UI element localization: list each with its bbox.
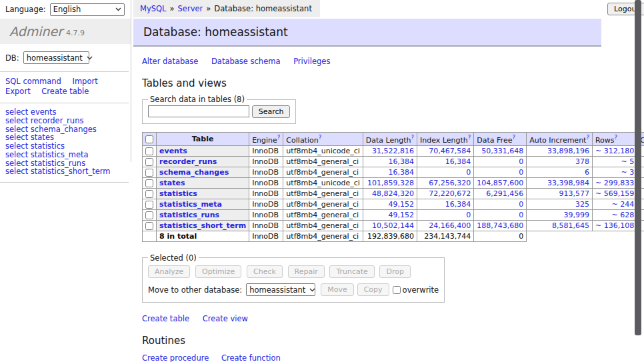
auto-increment-link[interactable]: 39,999 (563, 211, 589, 219)
move-db-select[interactable]: homeassistant (246, 283, 315, 296)
overwrite-checkbox[interactable] (393, 286, 401, 294)
optimize-button[interactable]: Optimize (195, 265, 241, 278)
table-row: statesInnoDButf8mb4_unicode_ci101,859,32… (143, 177, 644, 188)
row-checkbox[interactable] (145, 201, 153, 209)
table-link[interactable]: events (159, 147, 187, 155)
rows-link[interactable]: ~ 569,159 (595, 189, 634, 198)
repair-button[interactable]: Repair (288, 265, 325, 278)
data-length-link[interactable]: 16,384 (389, 157, 415, 166)
truncate-button[interactable]: Truncate (329, 265, 374, 278)
index-length-link[interactable]: 0 (466, 168, 471, 177)
sidebar-border (131, 0, 131, 162)
auto-increment-link[interactable]: 6 (585, 168, 589, 177)
table-link[interactable]: statistics_short_term (159, 221, 246, 230)
table-link[interactable]: schema_changes (159, 168, 229, 177)
copy-button[interactable]: Copy (357, 283, 389, 296)
create-view-link[interactable]: Create view (203, 314, 248, 323)
data-length-link[interactable]: 10,502,144 (372, 221, 414, 230)
rows-link[interactable]: ~ 5 (621, 157, 634, 166)
rows-link[interactable]: ~ 312,180 (595, 147, 634, 155)
adminer-screen: Language: English Adminer 4.7.9 DB: home… (0, 0, 644, 362)
data-length-link[interactable]: 48,824,320 (372, 189, 414, 198)
auto-increment-link[interactable]: 8,581,645 (552, 221, 589, 230)
db-select[interactable]: homeassistant (23, 51, 89, 64)
data-free-link[interactable]: 0 (519, 168, 523, 177)
analyze-button[interactable]: Analyze (148, 265, 190, 278)
index-length-link[interactable]: 67,256,320 (429, 179, 471, 187)
database-schema-link[interactable]: Database schema (211, 57, 280, 66)
help-link[interactable]: ? (319, 134, 322, 141)
alter-database-link[interactable]: Alter database (142, 57, 198, 66)
row-checkbox[interactable] (145, 169, 153, 177)
sidebar-select-link[interactable]: select recorder_runs (5, 117, 131, 125)
help-link[interactable]: ? (468, 134, 471, 141)
data-free-link[interactable]: 6,291,456 (486, 189, 523, 198)
data-length-link[interactable]: 101,859,328 (367, 179, 414, 187)
row-checkbox[interactable] (145, 190, 153, 198)
create-procedure-link[interactable]: Create procedure (142, 353, 209, 362)
rows-link[interactable]: ~ 628 (611, 211, 634, 219)
table-link[interactable]: statistics (159, 189, 197, 198)
help-link[interactable]: ? (277, 134, 281, 141)
select-all-checkbox[interactable] (145, 135, 153, 143)
move-button[interactable]: Move (321, 283, 354, 296)
check-button[interactable]: Check (247, 265, 283, 278)
auto-increment-link[interactable]: 33,398,984 (547, 179, 589, 187)
data-free-link[interactable]: 0 (519, 157, 523, 166)
row-checkbox[interactable] (145, 222, 153, 230)
rows-link[interactable]: ~ 244 (611, 200, 634, 209)
data-length-link[interactable]: 31,522,816 (372, 147, 414, 155)
table-link[interactable]: statistics_meta (159, 200, 222, 209)
index-length-link[interactable]: 72,220,672 (429, 189, 471, 198)
create-table-link[interactable]: Create table (142, 314, 189, 323)
auto-increment-link[interactable]: 325 (575, 200, 589, 209)
search-input[interactable] (148, 105, 249, 117)
data-free-link[interactable]: 0 (519, 211, 523, 219)
breadcrumb-link-mysql[interactable]: MySQL (140, 4, 167, 13)
data-length-link[interactable]: 16,384 (389, 168, 415, 177)
data-length-link[interactable]: 49,152 (389, 211, 415, 219)
index-length-link[interactable]: 16,384 (445, 157, 471, 166)
vertical-scrollbar[interactable] (635, 0, 641, 335)
data-length-link[interactable]: 49,152 (389, 200, 415, 209)
rows-link[interactable]: ~ 299,833 (595, 179, 634, 187)
sidebar-link-create-table[interactable]: Create table (41, 87, 89, 96)
search-button[interactable]: Search (252, 105, 291, 118)
rows-link[interactable]: ~ 3 (621, 168, 634, 177)
row-checkbox[interactable] (145, 179, 153, 187)
rows-link[interactable]: ~ 136,108 (595, 221, 634, 230)
help-link[interactable]: ? (615, 134, 618, 141)
drop-button[interactable]: Drop (379, 265, 410, 278)
auto-increment-link[interactable]: 378 (575, 157, 589, 166)
row-checkbox[interactable] (145, 158, 153, 166)
help-link[interactable]: ? (411, 134, 415, 141)
sidebar-select-link[interactable]: select statistics_meta (5, 151, 131, 159)
data-free-link[interactable]: 104,857,600 (477, 179, 523, 187)
create-function-link[interactable]: Create function (221, 353, 281, 362)
breadcrumb-link-server[interactable]: Server (178, 4, 203, 13)
auto-increment-link[interactable]: 913,577 (559, 189, 589, 198)
sidebar-link-sql-command[interactable]: SQL command (5, 77, 61, 86)
table-link[interactable]: recorder_runs (159, 157, 217, 166)
table-link[interactable]: statistics_runs (159, 211, 219, 219)
data-free-link[interactable]: 188,743,680 (477, 221, 523, 230)
index-length-link[interactable]: 0 (466, 211, 471, 219)
row-checkbox[interactable] (145, 211, 153, 219)
privileges-link[interactable]: Privileges (293, 57, 330, 66)
help-link[interactable]: ? (512, 134, 515, 141)
rows-cell: ~ 569,159 (592, 188, 637, 199)
data-free-link[interactable]: 50,331,648 (481, 147, 523, 155)
help-link[interactable]: ? (586, 134, 589, 141)
table-link[interactable]: states (159, 179, 185, 187)
index-length-link[interactable]: 24,166,400 (429, 221, 471, 230)
sidebar-link-import[interactable]: Import (72, 77, 97, 86)
auto-increment-link[interactable]: 33,898,196 (547, 147, 589, 155)
row-checkbox[interactable] (145, 147, 153, 155)
sidebar-select-link[interactable]: select statistics (5, 142, 131, 151)
index-length-link[interactable]: 16,384 (445, 200, 471, 209)
sidebar-select-link[interactable]: select statistics_short_term (5, 167, 131, 176)
data-free-link[interactable]: 0 (519, 200, 523, 209)
sidebar-link-export[interactable]: Export (5, 87, 31, 96)
language-select[interactable]: English (50, 3, 125, 16)
index-length-link[interactable]: 70,467,584 (429, 147, 471, 155)
